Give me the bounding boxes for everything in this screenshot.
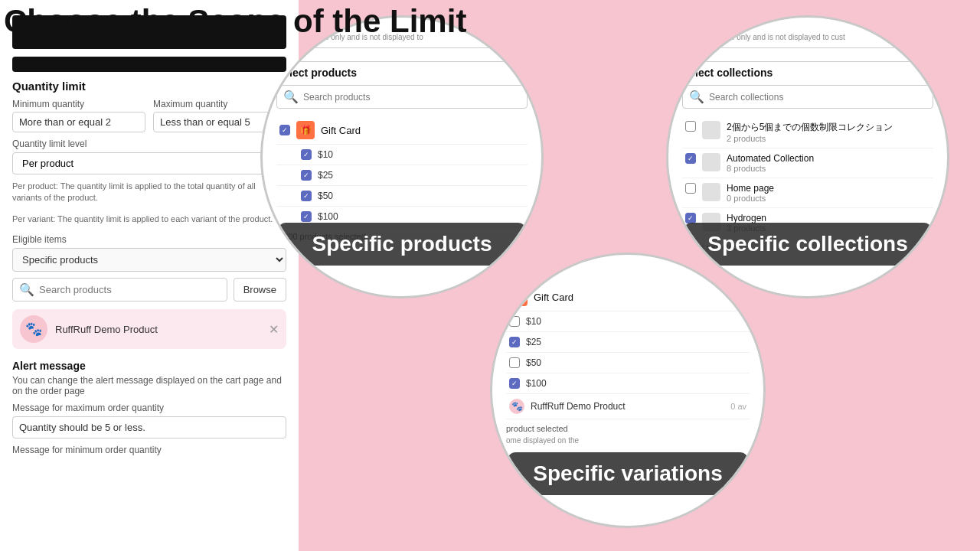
collection-row-3: Home page 0 products [682,178,933,208]
variant-50-label: $50 [318,191,524,201]
var-25-label: $25 [526,337,746,347]
quantity-section: Quantity limit Minimum quantity Maximum … [12,80,286,349]
coll-2-thumb [702,153,720,171]
qty-level-label: Quantity limit level [12,139,286,149]
coll-4-name: Hydrogen [727,213,930,223]
product-name: RuffRuff Demo Product [55,324,261,335]
collection-row-2: Automated Collection 8 products [682,148,933,178]
coll-2-name: Automated Collection [727,153,930,164]
var-demo-thumb: 🐾 [509,399,524,414]
qty-level-desc-1: Per product: The quantity limit is appli… [12,181,286,204]
var-25-checkbox[interactable] [509,337,520,347]
eligible-select[interactable]: Specific products [12,248,286,272]
var-row-100: $100 [506,373,750,394]
variations-count: product selected [506,424,750,433]
product-gift-name: Gift Card [321,125,361,136]
max-msg-input[interactable] [12,416,286,439]
variant-10-checkbox[interactable] [301,149,312,160]
variant-100-checkbox[interactable] [301,211,312,222]
variant-50-checkbox[interactable] [301,191,312,201]
var-10-checkbox[interactable] [509,316,520,327]
alert-desc: You can change the alert message display… [12,375,286,396]
coll-3-count: 0 products [727,194,930,203]
var-demo-name: RuffRuff Demo Product [531,401,724,412]
var-10-label: $10 [526,316,746,327]
product-avatar: 🐾 [20,315,47,343]
coll-3-thumb [702,183,720,201]
var-50-checkbox[interactable] [509,357,520,368]
coll-2-count: 8 products [727,164,930,173]
var-row-10: $10 [506,311,750,332]
collections-top-notice: rative purposes only and is not displaye… [682,33,933,41]
remove-product-button[interactable]: ✕ [269,322,279,337]
collections-modal-title: Select collections [682,67,933,79]
products-search-wrap: 🔍 [276,85,528,109]
var-row-25: $25 [506,332,750,353]
variant-25-checkbox[interactable] [301,170,312,181]
alert-title: Alert message [12,360,286,372]
var-gift-thumb: 🎁 [509,288,528,306]
collection-row-1: 2個から5個までの個数制限コレクション 2 products [682,116,933,148]
coll-4-checkbox[interactable] [685,213,696,223]
product-item: 🐾 RuffRuff Demo Product ✕ [12,309,286,349]
variant-row-25: $25 [276,165,528,186]
coll-3-checkbox[interactable] [685,183,696,194]
alert-section: Alert message You can change the alert m… [12,360,286,455]
search-icon: 🔍 [19,282,34,297]
variations-top-notice: n products [506,270,750,279]
product-header-row: 🎁 Gift Card [276,116,528,145]
left-panel: Quantity limit Minimum quantity Maximum … [0,0,299,551]
variant-25-label: $25 [318,170,524,181]
variant-row-50: $50 [276,186,528,207]
specific-variations-circle: n products 🎁 Gift Card $10 $25 $50 $100 … [490,253,766,528]
coll-3-name: Home page [727,183,930,194]
quantity-limit-title: Quantity limit [12,80,286,93]
coll-2-checkbox[interactable] [685,153,696,164]
var-row-50: $50 [506,353,750,373]
collections-search-icon: 🔍 [689,90,704,104]
coll-1-name: 2個から5個までの個数制限コレクション [727,121,930,134]
product-search-input[interactable] [39,284,220,295]
collections-search-input[interactable] [709,92,926,103]
specific-variations-label: Specific variations [508,452,748,495]
products-search-input[interactable] [303,92,521,103]
coll-1-count: 2 products [727,134,930,143]
product-search-wrap: 🔍 [12,278,227,302]
sub-bar [12,57,286,72]
coll-1-checkbox[interactable] [685,121,696,132]
variant-10-label: $10 [318,149,524,160]
eligible-label: Eligible items [12,234,286,245]
var-product-header: 🎁 Gift Card [506,283,750,311]
var-demo-row: 🐾 RuffRuff Demo Product 0 av [506,394,750,419]
min-qty-input[interactable] [12,112,145,132]
product-gift-thumb: 🎁 [296,121,315,139]
coll-1-thumb [702,121,720,139]
products-modal-title: Select products [276,67,528,79]
var-demo-avail: 0 av [730,402,746,411]
qty-level-desc-2: Per variant: The quantity limit is appli… [12,214,286,225]
variant-row-10: $10 [276,145,528,165]
min-quantity-group: Minimum quantity [12,99,145,132]
product-main-checkbox[interactable] [279,125,290,135]
page-title: Choose the Scope of the Limit [4,3,466,40]
qty-level-select[interactable]: Per product [12,152,286,174]
var-100-label: $100 [526,378,746,389]
var-product-name: Gift Card [534,292,573,303]
var-50-label: $50 [526,357,746,368]
collections-search-wrap: 🔍 [682,85,933,109]
products-search-icon: 🔍 [283,90,299,104]
specific-products-label: Specific products [278,223,526,266]
variant-100-label: $100 [318,211,524,222]
max-msg-label: Message for maximum order quantity [12,403,286,413]
min-qty-label: Minimum quantity [12,99,145,109]
variations-cart-notice: ome displayed on the [506,436,750,445]
var-100-checkbox[interactable] [509,378,520,389]
min-msg-label: Message for minimum order quantity [12,445,286,455]
